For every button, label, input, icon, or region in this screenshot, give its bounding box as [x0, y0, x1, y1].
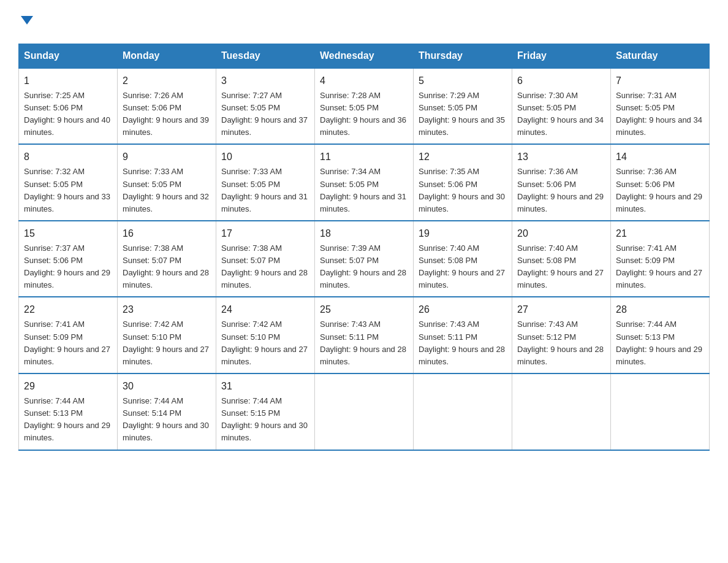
day-number: 18	[320, 226, 408, 241]
day-info: Sunrise: 7:28 AMSunset: 5:05 PMDaylight:…	[320, 90, 408, 139]
day-info: Sunrise: 7:42 AMSunset: 5:10 PMDaylight:…	[221, 318, 309, 368]
day-cell-empty	[315, 373, 414, 450]
day-info: Sunrise: 7:39 AMSunset: 5:07 PMDaylight:…	[320, 242, 408, 292]
day-number: 31	[221, 379, 309, 394]
week-row-3: 15Sunrise: 7:37 AMSunset: 5:06 PMDayligh…	[19, 221, 710, 297]
day-cell-31: 31Sunrise: 7:44 AMSunset: 5:15 PMDayligh…	[216, 373, 315, 450]
day-info: Sunrise: 7:38 AMSunset: 5:07 PMDaylight:…	[123, 242, 211, 292]
day-cell-4: 4Sunrise: 7:28 AMSunset: 5:05 PMDaylight…	[315, 68, 414, 145]
day-info: Sunrise: 7:29 AMSunset: 5:05 PMDaylight:…	[419, 90, 507, 139]
day-number: 27	[517, 302, 605, 317]
day-info: Sunrise: 7:26 AMSunset: 5:06 PMDaylight:…	[123, 90, 211, 139]
day-number: 7	[616, 74, 704, 88]
column-header-monday: Monday	[118, 44, 216, 68]
week-row-1: 1Sunrise: 7:25 AMSunset: 5:06 PMDaylight…	[19, 68, 710, 145]
week-row-5: 29Sunrise: 7:44 AMSunset: 5:13 PMDayligh…	[19, 373, 710, 450]
day-cell-8: 8Sunrise: 7:32 AMSunset: 5:05 PMDaylight…	[19, 144, 118, 221]
day-cell-17: 17Sunrise: 7:38 AMSunset: 5:07 PMDayligh…	[216, 221, 315, 297]
day-number: 29	[24, 379, 112, 394]
day-info: Sunrise: 7:41 AMSunset: 5:09 PMDaylight:…	[616, 242, 704, 292]
day-info: Sunrise: 7:31 AMSunset: 5:05 PMDaylight:…	[616, 90, 704, 139]
day-number: 6	[517, 74, 605, 88]
day-number: 19	[419, 226, 507, 241]
day-info: Sunrise: 7:43 AMSunset: 5:11 PMDaylight:…	[419, 318, 507, 368]
day-cell-empty	[611, 373, 710, 450]
day-info: Sunrise: 7:41 AMSunset: 5:09 PMDaylight:…	[24, 318, 112, 368]
day-info: Sunrise: 7:40 AMSunset: 5:08 PMDaylight:…	[419, 242, 507, 292]
day-number: 12	[419, 150, 507, 164]
day-number: 10	[221, 150, 309, 164]
day-cell-empty	[414, 373, 512, 450]
day-number: 13	[517, 150, 605, 164]
day-cell-15: 15Sunrise: 7:37 AMSunset: 5:06 PMDayligh…	[19, 221, 118, 297]
day-info: Sunrise: 7:36 AMSunset: 5:06 PMDaylight:…	[517, 166, 605, 215]
day-number: 21	[616, 226, 704, 241]
day-info: Sunrise: 7:44 AMSunset: 5:13 PMDaylight:…	[616, 318, 704, 368]
logo-triangle-icon	[21, 16, 33, 25]
day-cell-28: 28Sunrise: 7:44 AMSunset: 5:13 PMDayligh…	[611, 297, 710, 373]
day-info: Sunrise: 7:44 AMSunset: 5:15 PMDaylight:…	[221, 395, 309, 445]
day-number: 3	[221, 74, 309, 88]
day-number: 22	[24, 302, 112, 317]
column-header-saturday: Saturday	[611, 44, 710, 68]
day-cell-20: 20Sunrise: 7:40 AMSunset: 5:08 PMDayligh…	[512, 221, 611, 297]
day-info: Sunrise: 7:33 AMSunset: 5:05 PMDaylight:…	[123, 166, 211, 215]
day-info: Sunrise: 7:25 AMSunset: 5:06 PMDaylight:…	[24, 90, 112, 139]
day-number: 1	[24, 74, 112, 88]
day-info: Sunrise: 7:36 AMSunset: 5:06 PMDaylight:…	[616, 166, 704, 215]
day-cell-29: 29Sunrise: 7:44 AMSunset: 5:13 PMDayligh…	[19, 373, 118, 450]
day-cell-1: 1Sunrise: 7:25 AMSunset: 5:06 PMDaylight…	[19, 68, 118, 145]
day-cell-24: 24Sunrise: 7:42 AMSunset: 5:10 PMDayligh…	[216, 297, 315, 373]
day-number: 24	[221, 302, 309, 317]
column-header-thursday: Thursday	[414, 44, 512, 68]
day-cell-18: 18Sunrise: 7:39 AMSunset: 5:07 PMDayligh…	[315, 221, 414, 297]
day-number: 4	[320, 74, 408, 88]
day-number: 17	[221, 226, 309, 241]
day-info: Sunrise: 7:33 AMSunset: 5:05 PMDaylight:…	[221, 166, 309, 215]
day-cell-30: 30Sunrise: 7:44 AMSunset: 5:14 PMDayligh…	[118, 373, 216, 450]
calendar-header: SundayMondayTuesdayWednesdayThursdayFrid…	[19, 44, 710, 68]
day-cell-empty	[512, 373, 611, 450]
day-info: Sunrise: 7:32 AMSunset: 5:05 PMDaylight:…	[24, 166, 112, 215]
day-info: Sunrise: 7:44 AMSunset: 5:13 PMDaylight:…	[24, 395, 112, 445]
day-number: 20	[517, 226, 605, 241]
day-cell-16: 16Sunrise: 7:38 AMSunset: 5:07 PMDayligh…	[118, 221, 216, 297]
day-cell-14: 14Sunrise: 7:36 AMSunset: 5:06 PMDayligh…	[611, 144, 710, 221]
week-row-2: 8Sunrise: 7:32 AMSunset: 5:05 PMDaylight…	[19, 144, 710, 221]
day-cell-3: 3Sunrise: 7:27 AMSunset: 5:05 PMDaylight…	[216, 68, 315, 145]
day-info: Sunrise: 7:43 AMSunset: 5:12 PMDaylight:…	[517, 318, 605, 368]
column-header-tuesday: Tuesday	[216, 44, 315, 68]
day-number: 25	[320, 302, 408, 317]
day-number: 26	[419, 302, 507, 317]
day-cell-10: 10Sunrise: 7:33 AMSunset: 5:05 PMDayligh…	[216, 144, 315, 221]
logo	[18, 12, 33, 31]
page-header	[18, 12, 710, 31]
day-cell-23: 23Sunrise: 7:42 AMSunset: 5:10 PMDayligh…	[118, 297, 216, 373]
day-number: 23	[123, 302, 211, 317]
day-cell-7: 7Sunrise: 7:31 AMSunset: 5:05 PMDaylight…	[611, 68, 710, 145]
column-header-friday: Friday	[512, 44, 611, 68]
day-cell-26: 26Sunrise: 7:43 AMSunset: 5:11 PMDayligh…	[414, 297, 512, 373]
week-row-4: 22Sunrise: 7:41 AMSunset: 5:09 PMDayligh…	[19, 297, 710, 373]
day-info: Sunrise: 7:34 AMSunset: 5:05 PMDaylight:…	[320, 166, 408, 215]
day-cell-13: 13Sunrise: 7:36 AMSunset: 5:06 PMDayligh…	[512, 144, 611, 221]
day-info: Sunrise: 7:43 AMSunset: 5:11 PMDaylight:…	[320, 318, 408, 368]
day-cell-9: 9Sunrise: 7:33 AMSunset: 5:05 PMDaylight…	[118, 144, 216, 221]
day-info: Sunrise: 7:37 AMSunset: 5:06 PMDaylight:…	[24, 242, 112, 292]
day-cell-27: 27Sunrise: 7:43 AMSunset: 5:12 PMDayligh…	[512, 297, 611, 373]
column-header-sunday: Sunday	[19, 44, 118, 68]
day-info: Sunrise: 7:35 AMSunset: 5:06 PMDaylight:…	[419, 166, 507, 215]
calendar-table: SundayMondayTuesdayWednesdayThursdayFrid…	[18, 44, 710, 451]
day-cell-25: 25Sunrise: 7:43 AMSunset: 5:11 PMDayligh…	[315, 297, 414, 373]
day-number: 28	[616, 302, 704, 317]
day-info: Sunrise: 7:40 AMSunset: 5:08 PMDaylight:…	[517, 242, 605, 292]
day-number: 11	[320, 150, 408, 164]
day-number: 15	[24, 226, 112, 241]
day-cell-12: 12Sunrise: 7:35 AMSunset: 5:06 PMDayligh…	[414, 144, 512, 221]
day-cell-5: 5Sunrise: 7:29 AMSunset: 5:05 PMDaylight…	[414, 68, 512, 145]
day-info: Sunrise: 7:27 AMSunset: 5:05 PMDaylight:…	[221, 90, 309, 139]
day-cell-6: 6Sunrise: 7:30 AMSunset: 5:05 PMDaylight…	[512, 68, 611, 145]
day-cell-21: 21Sunrise: 7:41 AMSunset: 5:09 PMDayligh…	[611, 221, 710, 297]
day-info: Sunrise: 7:42 AMSunset: 5:10 PMDaylight:…	[123, 318, 211, 368]
day-info: Sunrise: 7:44 AMSunset: 5:14 PMDaylight:…	[123, 395, 211, 445]
